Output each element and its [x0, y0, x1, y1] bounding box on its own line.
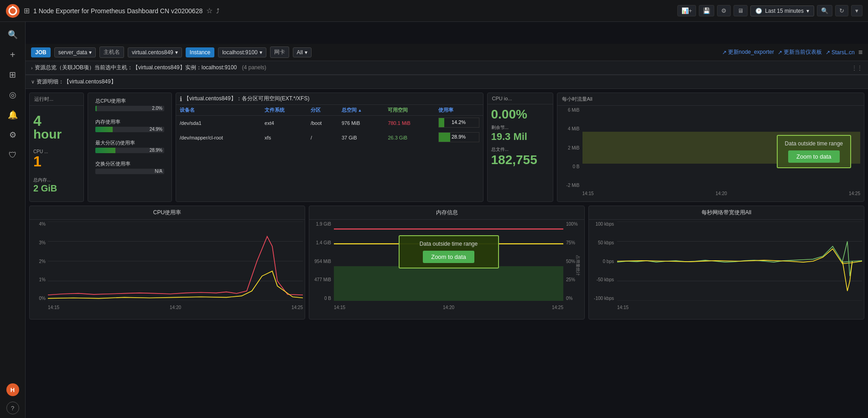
add-panel-button[interactable]: 📊+ — [677, 5, 696, 16]
bar-track-swap: N/A — [95, 169, 164, 174]
col-mount: 分区 — [307, 105, 338, 116]
svg-point-2 — [12, 6, 14, 8]
section1-more[interactable]: ⋮⋮ — [852, 65, 863, 71]
bar-item-swap: 交换分区使用率 N/A — [92, 159, 168, 176]
avatar[interactable]: H — [6, 383, 19, 396]
bar-pct-disk: 28.9% — [150, 148, 162, 153]
sidebar-item-shield[interactable]: 🛡 — [4, 146, 22, 164]
net-y-neg50kbps: -50 kbps — [597, 277, 614, 282]
net-y-100kbps: 100 kbps — [595, 222, 614, 227]
cpu-io-title: CPU io... — [488, 93, 553, 104]
cpu-io-content: 0.00% 剩余节... 19.3 Mil 总文件... 182,755 — [488, 104, 553, 171]
traffic-zoom-overlay: Data outside time range Zoom to data — [777, 135, 851, 168]
charts-row: CPU使用率 4% 3% 2% 1% 0% — [29, 206, 864, 320]
link3-label: StarsL.cn — [832, 49, 855, 56]
hostname-select[interactable]: virtual.centos849 ▾ — [128, 47, 182, 57]
bar-track-total-cpu: 2.0% — [95, 106, 164, 111]
bar-label-disk: 最大分区(/)使用率 — [95, 139, 164, 146]
mem-y-right-100: 100% — [566, 222, 578, 227]
external-icon3: ↗ — [826, 49, 830, 56]
cpu-y-3: 3% — [39, 240, 46, 245]
cpu-io-files-block: 总文件... 182,755 — [491, 146, 549, 167]
cpu-y-2: 2% — [39, 259, 46, 264]
mem-vert-label: 占用量统计 — [575, 255, 581, 276]
job-label: JOB — [35, 49, 47, 56]
memory-stat: 总内存... 2 GiB — [33, 177, 80, 194]
refresh-interval-button[interactable]: ▾ — [851, 5, 863, 16]
server-data-select[interactable]: server_data ▾ — [54, 47, 96, 57]
mem-y-right-25: 25% — [566, 277, 575, 282]
mem-y-right-0: 0% — [566, 296, 572, 301]
traffic-zoom-button[interactable]: Zoom to data — [788, 150, 840, 163]
mem-chart-area: 1.9 GiB 1.4 GiB 954 MiB 477 MiB 0 B 100%… — [309, 220, 584, 311]
cpu-io-pct: 0.00% — [491, 108, 549, 121]
share-icon[interactable]: ⤴ — [216, 7, 219, 15]
star-icon[interactable]: ☆ — [206, 6, 213, 15]
cpu-io-files-label: 总文件... — [491, 146, 549, 153]
nic-value: All — [297, 49, 303, 56]
page-title: 1 Node Exporter for Prometheus Dashboard… — [33, 7, 203, 15]
disk-pct-1: 14.2% — [435, 116, 483, 131]
mem-y-right-75: 75% — [566, 240, 575, 245]
job-filter[interactable]: JOB — [31, 47, 51, 57]
disk-avail-2: 26.3 GiB — [384, 130, 434, 145]
avatar-initial: H — [10, 387, 15, 393]
mem-x-1420: 14:20 — [443, 305, 454, 310]
instance-select[interactable]: localhost:9100 ▾ — [218, 47, 266, 57]
disk-mount-1: /boot — [307, 116, 338, 131]
net-y-50kbps: 50 kbps — [598, 240, 614, 245]
update-dashboard-link[interactable]: ↗ 更新当前仪表板 — [778, 48, 822, 56]
sidebar-item-add[interactable]: + — [4, 46, 22, 64]
link2-label: 更新当前仪表板 — [784, 48, 822, 56]
sidebar-item-help[interactable]: ? — [6, 402, 19, 414]
traffic-panel: 每小时流量All 6 MiB 4 MiB 2 MiB 0 B -2 MiB — [557, 93, 865, 202]
mem-zoom-overlay: Data outside time range Zoom to data — [399, 235, 499, 268]
nic-filter[interactable]: 网卡 — [270, 46, 289, 58]
cpu-x-1415: 14:15 — [48, 305, 59, 310]
sidebar: 🔍 + ⊞ ◎ 🔔 ⚙ 🛡 H ? — [0, 22, 26, 418]
nic-select[interactable]: All ▾ — [293, 47, 312, 57]
refresh-button[interactable]: ↻ — [835, 5, 848, 16]
filter-menu-icon[interactable]: ≡ — [858, 48, 863, 57]
cpu-io-remain-value: 19.3 Mil — [491, 131, 549, 143]
zoom-out-button[interactable]: 🔍 — [817, 5, 832, 16]
traffic-zoom-title: Data outside time range — [785, 140, 843, 147]
cpu-x-1425: 14:25 — [291, 305, 303, 310]
save-button[interactable]: 💾 — [699, 5, 714, 16]
bar-item-memory: 内存使用率 24.9% — [92, 117, 168, 134]
net-x-1415: 14:15 — [617, 305, 629, 310]
external-icon2: ↗ — [778, 49, 782, 56]
mem-y-right-50: 50% — [566, 259, 575, 264]
cpu-chart-svg — [48, 222, 303, 301]
traffic-x-1425: 14:25 — [849, 191, 860, 196]
settings-button[interactable]: ⚙ — [717, 5, 731, 16]
disk-total-2: 37 GiB — [338, 130, 385, 145]
sidebar-item-explore[interactable]: ◎ — [4, 86, 22, 104]
col-device: 设备名 — [176, 105, 261, 116]
mem-zoom-button[interactable]: Zoom to data — [423, 251, 474, 263]
sidebar-item-dashboards[interactable]: ⊞ — [4, 66, 22, 84]
cpu-y-1: 1% — [39, 277, 46, 282]
bar-fill-total-cpu — [95, 106, 97, 111]
sidebar-item-settings[interactable]: ⚙ — [4, 126, 22, 144]
cpu-bars-content: 总CPU使用率 2.0% 内存使用率 24.9% — [88, 93, 172, 179]
hostname-filter[interactable]: 主机名 — [99, 46, 124, 58]
update-node-exporter-link[interactable]: ↗ 更新node_exporter — [722, 48, 774, 56]
tv-mode-button[interactable]: 🖥 — [733, 5, 748, 16]
net-chart-title: 每秒网络带宽使用All — [589, 206, 864, 220]
section2-title: 资源明细：【virtual.centos849】 — [36, 78, 116, 86]
cpu-io-remain-block: 剩余节... 19.3 Mil — [491, 124, 549, 143]
starsl-link[interactable]: ↗ StarsL.cn — [826, 49, 855, 56]
section2-header[interactable]: ∨ 资源明细：【virtual.centos849】 — [26, 75, 868, 89]
sidebar-item-search[interactable]: 🔍 — [4, 26, 22, 44]
instance-filter[interactable]: Instance — [186, 47, 214, 57]
sidebar-item-alerts[interactable]: 🔔 — [4, 106, 22, 124]
section1-header[interactable]: › 资源总览（关联JOB项）当前选中主机：【virtual.centos849】… — [26, 61, 868, 75]
cpu-chart-panel: CPU使用率 4% 3% 2% 1% 0% — [29, 206, 305, 320]
time-range-label: Last 15 minutes — [765, 8, 804, 14]
bar-fill-memory — [95, 127, 113, 132]
link1-label: 更新node_exporter — [728, 48, 774, 56]
chevron-down-icon3: ▾ — [260, 49, 262, 56]
disk-fs-1: ext4 — [261, 116, 307, 131]
time-range-picker[interactable]: 🕐 Last 15 minutes ▾ — [750, 5, 814, 16]
